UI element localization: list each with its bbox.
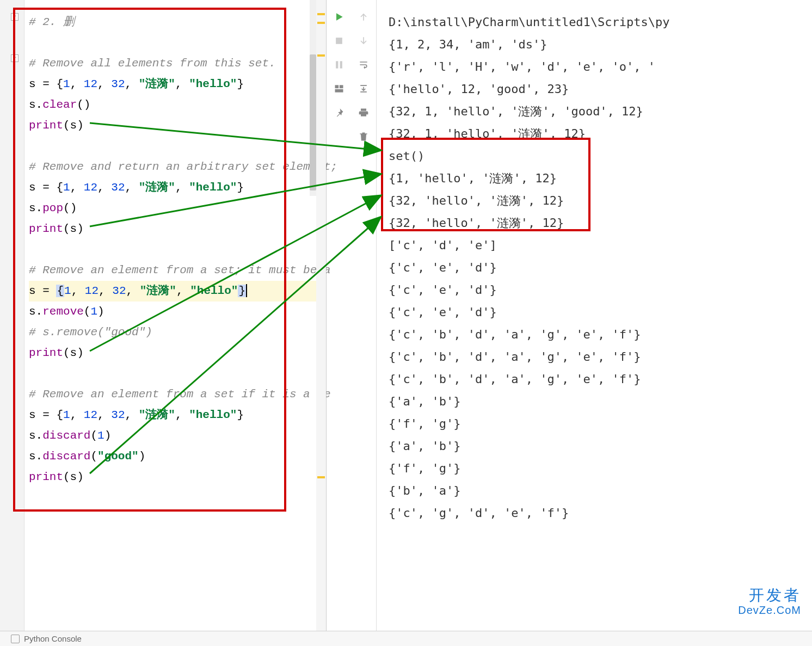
gutter [0, 0, 24, 646]
output-panel[interactable]: D:\install\PyCharm\untitled1\Scripts\py … [377, 0, 812, 646]
comment: # Remove and return an arbitrary set ele… [29, 161, 337, 173]
bottom-bar[interactable]: Python Console [0, 631, 812, 646]
code: s = { [29, 78, 63, 90]
fold-icon[interactable] [11, 13, 19, 21]
output-line: {'c', 'e', 'd'} [389, 279, 812, 301]
output-line: {'c', 'g', 'd', 'e', 'f'} [389, 502, 812, 524]
python-console-label[interactable]: Python Console [24, 634, 82, 643]
svg-rect-2 [340, 61, 342, 68]
scroll-end-icon[interactable] [358, 83, 370, 95]
comment: # 2. 删 [29, 16, 75, 28]
svg-rect-5 [335, 89, 343, 93]
run-toolbar [327, 0, 377, 646]
output-line: {1, 'hello', '涟漪', 12} [389, 167, 812, 189]
output-line: {'a', 'b'} [389, 435, 812, 457]
trash-icon[interactable] [358, 131, 370, 143]
svg-rect-3 [335, 85, 339, 88]
output-line: {'f', 'g'} [389, 413, 812, 435]
output-line: {32, 1, 'hello', '涟漪', 'good', 12} [389, 100, 812, 122]
stop-icon[interactable] [333, 35, 345, 47]
output-line: {'c', 'b', 'd', 'a', 'g', 'e', 'f'} [389, 368, 812, 390]
pin-icon[interactable] [333, 107, 345, 119]
down-icon[interactable] [358, 35, 370, 47]
output-line: {'f', 'g'} [389, 457, 812, 479]
output-line: {32, 'hello', '涟漪', 12} [389, 189, 812, 212]
output-line: {'r', 'l', 'H', 'w', 'd', 'e', 'o', ' [389, 56, 812, 78]
console-icon [11, 635, 20, 643]
output-line: {1, 2, 34, 'am', 'ds'} [389, 33, 812, 56]
output-line: {'c', 'b', 'd', 'a', 'g', 'e', 'f'} [389, 346, 812, 368]
output-line: ['c', 'd', 'e'] [389, 234, 812, 256]
layout-icon[interactable] [333, 83, 345, 95]
output-line: {'a', 'b'} [389, 390, 812, 413]
up-icon[interactable] [358, 11, 370, 23]
editor-panel[interactable]: # 2. 删 # Remove all elements from this s… [0, 0, 327, 646]
comment: # Remove all elements from this set. [29, 57, 276, 70]
output-line: {'b', 'a'} [389, 479, 812, 502]
output-line: {'hello', 12, 'good', 23} [389, 78, 812, 100]
main-container: # 2. 删 # Remove all elements from this s… [0, 0, 812, 646]
code-area[interactable]: # 2. 删 # Remove all elements from this s… [26, 0, 325, 488]
output-path: D:\install\PyCharm\untitled1\Scripts\py [389, 11, 812, 33]
svg-rect-4 [340, 85, 343, 88]
svg-rect-0 [336, 38, 342, 44]
svg-rect-1 [336, 61, 338, 68]
pause-icon[interactable] [333, 59, 345, 71]
run-icon[interactable] [333, 11, 345, 23]
print-icon[interactable] [358, 107, 370, 119]
output-line: set() [389, 145, 812, 167]
minimap[interactable] [316, 0, 326, 646]
output-line: {32, 1, 'hello', '涟漪', 12} [389, 122, 812, 145]
output-line: {'c', 'b', 'd', 'a', 'g', 'e', 'f'} [389, 323, 812, 346]
wrap-icon[interactable] [358, 59, 370, 71]
output-line: {'c', 'e', 'd'} [389, 301, 812, 323]
output-line: {'c', 'e', 'd'} [389, 256, 812, 279]
fold-icon[interactable] [11, 54, 19, 62]
output-line: {32, 'hello', '涟漪', 12} [389, 212, 812, 234]
watermark: 开发者 DevZe.CoM [738, 587, 801, 616]
editor-scrollbar[interactable] [310, 0, 316, 196]
scrollbar-thumb[interactable] [310, 54, 316, 190]
